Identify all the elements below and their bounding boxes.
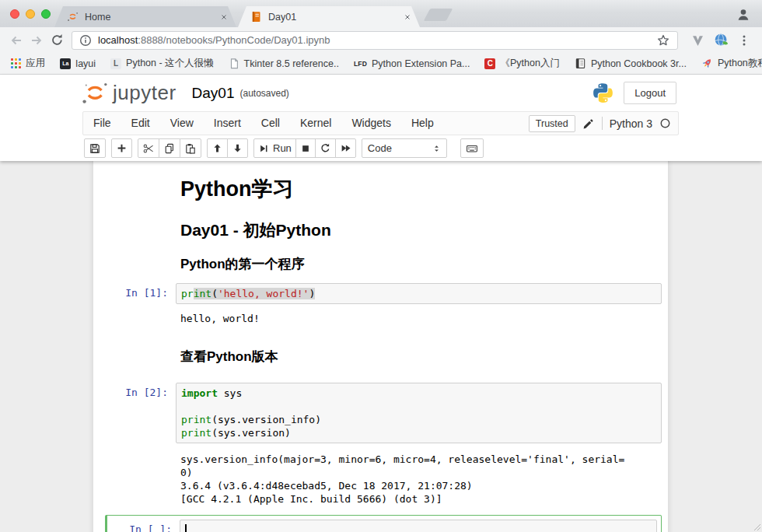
cut-cell-button[interactable] bbox=[138, 138, 159, 158]
tab-home[interactable]: Home bbox=[54, 6, 236, 27]
save-icon bbox=[89, 142, 101, 155]
rocket-icon bbox=[701, 58, 713, 69]
menu-edit[interactable]: Edit bbox=[121, 112, 160, 135]
checkpoint-status: (autosaved) bbox=[239, 88, 288, 99]
bookmark-label: Python Cookbook 3r... bbox=[591, 58, 687, 69]
markdown-cell-first-program[interactable]: Python的第一个程序 bbox=[105, 240, 662, 272]
browser-menu-icon[interactable] bbox=[734, 30, 754, 51]
trusted-button[interactable]: Trusted bbox=[529, 115, 575, 132]
book-icon bbox=[575, 58, 586, 69]
bookmark-cookbook[interactable]: Python Cookbook 3r... bbox=[575, 58, 687, 69]
notebook-toolbar: Run bbox=[0, 135, 762, 161]
tab-home-title: Home bbox=[85, 12, 218, 23]
menu-view[interactable]: View bbox=[160, 112, 204, 135]
output-line: sys.version_info(major=3, minor=6, micro… bbox=[180, 453, 662, 466]
menu-widgets[interactable]: Widgets bbox=[341, 112, 401, 135]
tab-day01-close-icon[interactable] bbox=[401, 11, 414, 23]
extension-v-icon[interactable] bbox=[687, 30, 708, 51]
select-arrows-icon bbox=[432, 143, 441, 154]
arrow-down-icon bbox=[232, 142, 243, 154]
markdown-cell-version[interactable]: 查看Python版本 bbox=[105, 325, 662, 365]
forward-button[interactable] bbox=[26, 30, 47, 51]
menu-kernel[interactable]: Kernel bbox=[290, 112, 341, 135]
heading-day01: Day01 - 初始Python bbox=[180, 220, 662, 240]
code-input-1[interactable]: print('hello, world!') bbox=[176, 283, 662, 304]
bookmark-tkinter[interactable]: Tkinter 8.5 reference.. bbox=[229, 58, 339, 69]
extension-globe-icon[interactable] bbox=[711, 30, 731, 51]
tab-day01[interactable]: Day01 bbox=[238, 6, 420, 27]
menu-help[interactable]: Help bbox=[401, 112, 444, 135]
restart-icon bbox=[320, 142, 331, 154]
paste-cell-button[interactable] bbox=[180, 138, 201, 158]
code-input-3[interactable] bbox=[180, 520, 657, 532]
bookmark-label: 《Python入门 bbox=[500, 57, 559, 70]
logout-button[interactable]: Logout bbox=[624, 82, 676, 104]
bookmark-layui[interactable]: La layui bbox=[60, 58, 96, 69]
heading-check-version: 查看Python版本 bbox=[180, 348, 662, 365]
notebook-favicon-icon bbox=[250, 11, 262, 23]
minimize-window-button[interactable] bbox=[26, 9, 35, 19]
code-input-2[interactable]: import sys print(sys.version_info) print… bbox=[176, 383, 662, 443]
code-cell-1[interactable]: In [1]: print('hello, world!') bbox=[105, 283, 662, 304]
resize-grip[interactable] bbox=[753, 523, 761, 531]
bookmark-python-intro[interactable]: C 《Python入门 bbox=[484, 57, 559, 70]
tab-home-close-icon[interactable] bbox=[218, 11, 230, 23]
new-tab-button[interactable] bbox=[424, 9, 453, 21]
cell-type-select[interactable]: Code bbox=[362, 138, 447, 158]
bookmark-python-extension[interactable]: LFD Python Extension Pa... bbox=[354, 58, 470, 69]
jupyter-wordmark[interactable]: jupyter bbox=[113, 81, 177, 105]
menu-cell[interactable]: Cell bbox=[251, 112, 290, 135]
bookmark-python-blog[interactable]: L Python - 这个人很懒 bbox=[110, 57, 214, 70]
markdown-cell-title[interactable]: Python学习 bbox=[105, 172, 662, 203]
scissors-icon bbox=[142, 142, 155, 155]
tab-day01-title: Day01 bbox=[268, 12, 401, 23]
output-text-1: hello, world! bbox=[176, 309, 662, 325]
notebook-title[interactable]: Day01 bbox=[192, 85, 235, 102]
bookmark-label: layui bbox=[75, 58, 96, 69]
insert-cell-button[interactable] bbox=[111, 138, 132, 158]
plus-icon bbox=[116, 142, 128, 154]
back-button[interactable] bbox=[6, 30, 26, 51]
bookmark-label: Python - 这个人很懒 bbox=[126, 57, 214, 70]
bookmark-apps[interactable]: 应用 bbox=[11, 57, 45, 70]
save-button[interactable] bbox=[84, 138, 106, 158]
input-prompt: In [2]: bbox=[105, 383, 176, 443]
paste-icon bbox=[184, 142, 197, 155]
move-cell-down-button[interactable] bbox=[227, 138, 248, 158]
run-icon bbox=[258, 143, 269, 154]
markdown-cell-day01[interactable]: Day01 - 初始Python bbox=[105, 203, 662, 240]
command-palette-button[interactable] bbox=[460, 138, 484, 158]
apps-grid-icon bbox=[11, 58, 21, 68]
jupyter-logo-icon[interactable] bbox=[81, 81, 109, 106]
run-cell-button[interactable]: Run bbox=[253, 138, 296, 158]
bookmark-label: Python Extension Pa... bbox=[372, 58, 470, 69]
copy-cell-button[interactable] bbox=[159, 138, 180, 158]
code-cell-3-selected[interactable]: In [ ]: bbox=[105, 515, 662, 532]
markdown-prompt bbox=[105, 240, 176, 272]
zoom-window-button[interactable] bbox=[41, 9, 51, 19]
run-label: Run bbox=[273, 142, 292, 154]
bookmark-python-tutorial[interactable]: Python教程 bbox=[701, 57, 762, 70]
input-prompt: In [1]: bbox=[105, 283, 176, 304]
restart-run-all-button[interactable] bbox=[335, 138, 356, 158]
page-icon bbox=[229, 58, 239, 69]
address-bar[interactable]: localhost :8888/notebooks/PythonCode/Day… bbox=[72, 31, 678, 50]
reload-button[interactable] bbox=[47, 30, 67, 51]
close-window-button[interactable] bbox=[10, 9, 19, 19]
page-info-icon[interactable] bbox=[79, 34, 92, 47]
restart-kernel-button[interactable] bbox=[315, 138, 336, 158]
interrupt-kernel-button[interactable] bbox=[295, 138, 316, 158]
menu-insert[interactable]: Insert bbox=[204, 112, 251, 135]
bookmark-star-icon[interactable] bbox=[656, 33, 670, 47]
stop-icon bbox=[300, 143, 311, 154]
profile-icon[interactable] bbox=[736, 8, 750, 22]
menu-file[interactable]: File bbox=[83, 112, 121, 135]
output-text-2: sys.version_info(major=3, minor=6, micro… bbox=[176, 450, 662, 506]
python-logo-icon bbox=[592, 82, 613, 103]
code-cell-2[interactable]: In [2]: import sys print(sys.version_inf… bbox=[105, 383, 662, 443]
divider bbox=[602, 117, 603, 130]
move-cell-up-button[interactable] bbox=[207, 138, 228, 158]
window-controls bbox=[10, 9, 51, 19]
edit-pencil-icon[interactable] bbox=[582, 117, 595, 130]
markdown-prompt bbox=[105, 172, 176, 203]
